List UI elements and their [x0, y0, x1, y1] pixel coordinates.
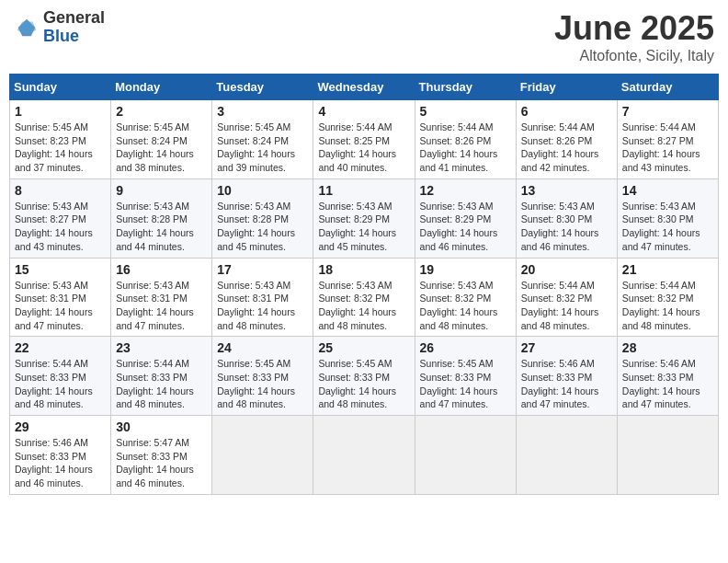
- day-info: Sunrise: 5:44 AMSunset: 8:26 PMDaylight:…: [521, 121, 599, 173]
- day-info: Sunrise: 5:44 AMSunset: 8:33 PMDaylight:…: [15, 358, 93, 409]
- title-block: June 2025 Altofonte, Sicily, Italy: [554, 9, 714, 64]
- day-info: Sunrise: 5:44 AMSunset: 8:27 PMDaylight:…: [622, 121, 700, 173]
- day-info: Sunrise: 5:47 AMSunset: 8:33 PMDaylight:…: [116, 437, 194, 488]
- col-saturday: Saturday: [617, 75, 718, 100]
- day-number: 8: [15, 183, 106, 198]
- day-number: 3: [217, 104, 308, 119]
- table-row: 13Sunrise: 5:43 AMSunset: 8:30 PMDayligh…: [516, 178, 617, 258]
- day-info: Sunrise: 5:45 AMSunset: 8:33 PMDaylight:…: [318, 358, 396, 409]
- day-info: Sunrise: 5:44 AMSunset: 8:33 PMDaylight:…: [116, 358, 194, 409]
- day-info: Sunrise: 5:44 AMSunset: 8:32 PMDaylight:…: [521, 280, 599, 331]
- day-info: Sunrise: 5:46 AMSunset: 8:33 PMDaylight:…: [521, 358, 599, 409]
- day-number: 26: [420, 340, 511, 355]
- day-info: Sunrise: 5:45 AMSunset: 8:24 PMDaylight:…: [217, 121, 295, 173]
- day-info: Sunrise: 5:46 AMSunset: 8:33 PMDaylight:…: [15, 437, 93, 488]
- table-row: 7Sunrise: 5:44 AMSunset: 8:27 PMDaylight…: [617, 100, 718, 179]
- table-row: [415, 416, 516, 495]
- table-row: [313, 416, 415, 495]
- day-number: 7: [622, 104, 713, 119]
- day-info: Sunrise: 5:43 AMSunset: 8:31 PMDaylight:…: [116, 280, 194, 331]
- table-row: 4Sunrise: 5:44 AMSunset: 8:25 PMDaylight…: [313, 100, 415, 179]
- calendar-table: Sunday Monday Tuesday Wednesday Thursday…: [9, 74, 719, 495]
- day-info: Sunrise: 5:43 AMSunset: 8:31 PMDaylight:…: [15, 280, 93, 331]
- table-row: 27Sunrise: 5:46 AMSunset: 8:33 PMDayligh…: [516, 337, 617, 416]
- day-info: Sunrise: 5:43 AMSunset: 8:28 PMDaylight:…: [116, 201, 194, 252]
- table-row: 5Sunrise: 5:44 AMSunset: 8:26 PMDaylight…: [415, 100, 516, 179]
- table-row: 24Sunrise: 5:45 AMSunset: 8:33 PMDayligh…: [212, 337, 313, 416]
- day-number: 30: [116, 419, 207, 434]
- day-info: Sunrise: 5:46 AMSunset: 8:33 PMDaylight:…: [622, 358, 700, 409]
- day-number: 12: [420, 183, 511, 198]
- table-row: 17Sunrise: 5:43 AMSunset: 8:31 PMDayligh…: [212, 258, 313, 337]
- day-info: Sunrise: 5:43 AMSunset: 8:29 PMDaylight:…: [318, 201, 396, 252]
- day-number: 4: [318, 104, 409, 119]
- day-number: 28: [622, 340, 713, 355]
- day-info: Sunrise: 5:44 AMSunset: 8:32 PMDaylight:…: [622, 280, 700, 331]
- table-row: 19Sunrise: 5:43 AMSunset: 8:32 PMDayligh…: [415, 258, 516, 337]
- day-info: Sunrise: 5:43 AMSunset: 8:32 PMDaylight:…: [420, 280, 498, 331]
- day-info: Sunrise: 5:43 AMSunset: 8:30 PMDaylight:…: [622, 201, 700, 252]
- day-info: Sunrise: 5:45 AMSunset: 8:24 PMDaylight:…: [116, 121, 194, 173]
- day-info: Sunrise: 5:45 AMSunset: 8:33 PMDaylight:…: [217, 358, 295, 409]
- col-sunday: Sunday: [10, 75, 111, 100]
- day-info: Sunrise: 5:43 AMSunset: 8:27 PMDaylight:…: [15, 201, 93, 252]
- table-row: 23Sunrise: 5:44 AMSunset: 8:33 PMDayligh…: [111, 337, 212, 416]
- logo-blue: Blue: [43, 28, 105, 46]
- calendar-week-5: 29Sunrise: 5:46 AMSunset: 8:33 PMDayligh…: [10, 416, 719, 495]
- table-row: 3Sunrise: 5:45 AMSunset: 8:24 PMDaylight…: [212, 100, 313, 179]
- col-tuesday: Tuesday: [212, 75, 313, 100]
- table-row: 10Sunrise: 5:43 AMSunset: 8:28 PMDayligh…: [212, 178, 313, 258]
- table-row: 26Sunrise: 5:45 AMSunset: 8:33 PMDayligh…: [415, 337, 516, 416]
- table-row: [617, 416, 718, 495]
- calendar-week-3: 15Sunrise: 5:43 AMSunset: 8:31 PMDayligh…: [10, 258, 719, 337]
- table-row: 2Sunrise: 5:45 AMSunset: 8:24 PMDaylight…: [111, 100, 212, 179]
- table-row: 18Sunrise: 5:43 AMSunset: 8:32 PMDayligh…: [313, 258, 415, 337]
- day-number: 13: [521, 183, 612, 198]
- table-row: [212, 416, 313, 495]
- day-number: 11: [318, 183, 409, 198]
- table-row: 30Sunrise: 5:47 AMSunset: 8:33 PMDayligh…: [111, 416, 212, 495]
- calendar-header-row: Sunday Monday Tuesday Wednesday Thursday…: [10, 75, 719, 100]
- calendar-location: Altofonte, Sicily, Italy: [554, 48, 714, 64]
- table-row: 9Sunrise: 5:43 AMSunset: 8:28 PMDaylight…: [111, 178, 212, 258]
- day-info: Sunrise: 5:43 AMSunset: 8:30 PMDaylight:…: [521, 201, 599, 252]
- logo: General Blue: [14, 9, 105, 46]
- day-info: Sunrise: 5:44 AMSunset: 8:26 PMDaylight:…: [420, 121, 498, 173]
- day-number: 14: [622, 183, 713, 198]
- table-row: 25Sunrise: 5:45 AMSunset: 8:33 PMDayligh…: [313, 337, 415, 416]
- table-row: 16Sunrise: 5:43 AMSunset: 8:31 PMDayligh…: [111, 258, 212, 337]
- day-info: Sunrise: 5:45 AMSunset: 8:23 PMDaylight:…: [15, 121, 93, 173]
- day-number: 2: [116, 104, 207, 119]
- table-row: 20Sunrise: 5:44 AMSunset: 8:32 PMDayligh…: [516, 258, 617, 337]
- table-row: 8Sunrise: 5:43 AMSunset: 8:27 PMDaylight…: [10, 178, 111, 258]
- table-row: [516, 416, 617, 495]
- day-info: Sunrise: 5:43 AMSunset: 8:29 PMDaylight:…: [420, 201, 498, 252]
- calendar-week-1: 1Sunrise: 5:45 AMSunset: 8:23 PMDaylight…: [10, 100, 719, 179]
- table-row: 28Sunrise: 5:46 AMSunset: 8:33 PMDayligh…: [617, 337, 718, 416]
- day-info: Sunrise: 5:44 AMSunset: 8:25 PMDaylight:…: [318, 121, 396, 173]
- day-number: 25: [318, 340, 409, 355]
- page-header: General Blue June 2025 Altofonte, Sicily…: [9, 9, 719, 64]
- day-number: 27: [521, 340, 612, 355]
- day-info: Sunrise: 5:43 AMSunset: 8:31 PMDaylight:…: [217, 280, 295, 331]
- table-row: 14Sunrise: 5:43 AMSunset: 8:30 PMDayligh…: [617, 178, 718, 258]
- day-number: 24: [217, 340, 308, 355]
- logo-text: General Blue: [43, 9, 105, 46]
- day-number: 6: [521, 104, 612, 119]
- day-info: Sunrise: 5:43 AMSunset: 8:28 PMDaylight:…: [217, 201, 295, 252]
- table-row: 12Sunrise: 5:43 AMSunset: 8:29 PMDayligh…: [415, 178, 516, 258]
- day-number: 18: [318, 262, 409, 277]
- day-number: 9: [116, 183, 207, 198]
- table-row: 21Sunrise: 5:44 AMSunset: 8:32 PMDayligh…: [617, 258, 718, 337]
- col-thursday: Thursday: [415, 75, 516, 100]
- day-info: Sunrise: 5:43 AMSunset: 8:32 PMDaylight:…: [318, 280, 396, 331]
- day-number: 1: [15, 104, 106, 119]
- day-number: 20: [521, 262, 612, 277]
- day-number: 21: [622, 262, 713, 277]
- col-friday: Friday: [516, 75, 617, 100]
- calendar-week-2: 8Sunrise: 5:43 AMSunset: 8:27 PMDaylight…: [10, 178, 719, 258]
- day-number: 5: [420, 104, 511, 119]
- day-number: 17: [217, 262, 308, 277]
- day-number: 16: [116, 262, 207, 277]
- col-monday: Monday: [111, 75, 212, 100]
